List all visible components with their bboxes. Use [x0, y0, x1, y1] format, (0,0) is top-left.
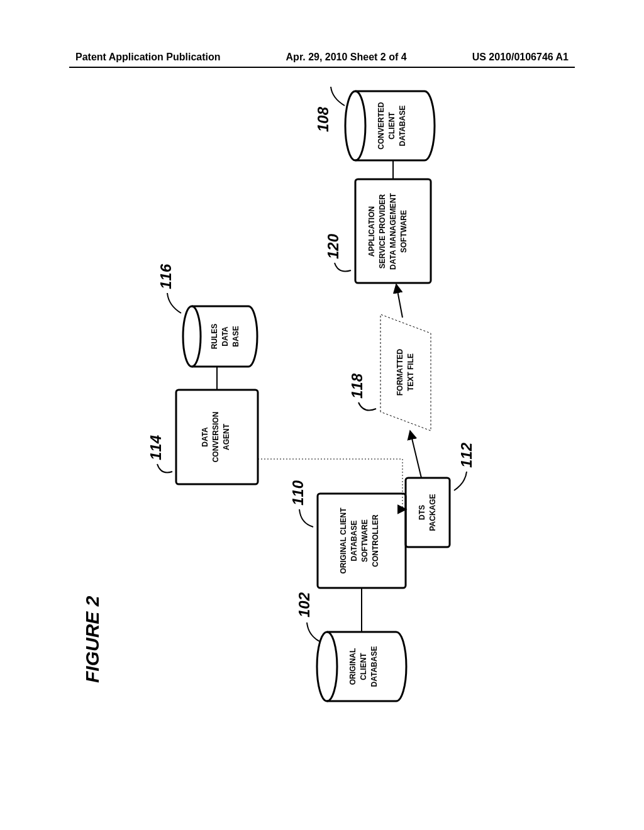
header-center: Apr. 29, 2010 Sheet 2 of 4	[286, 52, 407, 63]
svg-text:DTS: DTS	[418, 505, 426, 520]
svg-text:FORMATTED: FORMATTED	[396, 348, 404, 396]
node-data-conversion-agent: DATA CONVERSION AGENT 114	[147, 390, 258, 484]
node-asp-software: APPLICATION SERVICE PROVIDER DATA MANAGE…	[325, 179, 431, 283]
svg-text:CLIENT: CLIENT	[387, 112, 396, 140]
node-formatted-text-file: FORMATTED TEXT FILE 118	[348, 314, 431, 431]
node-controller: ORIGINAL CLIENT DATABASE SOFTWARE CONTRO…	[289, 480, 406, 588]
svg-text:CONTROLLER: CONTROLLER	[371, 514, 380, 567]
header-right: US 2010/0106746 A1	[472, 52, 569, 63]
svg-text:AGENT: AGENT	[222, 423, 231, 450]
svg-text:SOFTWARE: SOFTWARE	[399, 210, 408, 253]
svg-text:DATA: DATA	[221, 326, 230, 346]
svg-text:CONVERTED: CONVERTED	[377, 102, 386, 150]
svg-text:APPLICATION: APPLICATION	[367, 206, 376, 257]
svg-text:ORIGINAL: ORIGINAL	[348, 648, 357, 685]
svg-text:120: 120	[325, 233, 341, 259]
svg-point-21	[183, 306, 201, 367]
svg-text:CONVERSION: CONVERSION	[211, 412, 220, 463]
svg-text:118: 118	[348, 373, 365, 399]
svg-text:SOFTWARE: SOFTWARE	[360, 519, 369, 562]
svg-point-41	[345, 91, 365, 160]
header-left: Patent Application Publication	[75, 52, 221, 63]
svg-text:SERVICE PROVIDER: SERVICE PROVIDER	[378, 194, 387, 268]
node-original-client-database: ORIGINAL CLIENT DATABASE 102	[296, 592, 406, 701]
node-rules-database: RULES DATA BASE 116	[157, 263, 257, 367]
svg-line-33	[410, 431, 421, 478]
svg-text:BASE: BASE	[231, 326, 240, 346]
svg-text:RULES: RULES	[210, 324, 219, 350]
svg-text:108: 108	[314, 106, 331, 132]
svg-text:112: 112	[458, 442, 475, 468]
svg-text:DATABASE: DATABASE	[370, 646, 379, 687]
svg-text:PACKAGE: PACKAGE	[428, 494, 437, 531]
svg-text:DATABASE: DATABASE	[398, 106, 407, 147]
svg-point-0	[317, 632, 337, 701]
svg-text:DATA MANAGEMENT: DATA MANAGEMENT	[389, 192, 397, 269]
node-converted-client-database: CONVERTED CLIENT DATABASE 108	[314, 87, 435, 160]
figure-label: FIGURE 2	[82, 596, 103, 683]
svg-text:ORIGINAL CLIENT: ORIGINAL CLIENT	[339, 507, 348, 574]
header-rule	[69, 67, 575, 68]
svg-text:DATABASE: DATABASE	[350, 521, 358, 562]
svg-text:CLIENT: CLIENT	[359, 653, 368, 680]
svg-text:110: 110	[289, 480, 306, 506]
svg-text:116: 116	[157, 263, 174, 289]
svg-text:TEXT FILE: TEXT FILE	[406, 353, 415, 391]
page-header: Patent Application Publication Apr. 29, …	[0, 52, 644, 63]
svg-rect-12	[406, 478, 450, 547]
svg-text:DATA: DATA	[201, 427, 209, 447]
svg-line-40	[396, 284, 402, 318]
svg-text:114: 114	[147, 435, 164, 460]
svg-text:102: 102	[296, 592, 313, 617]
